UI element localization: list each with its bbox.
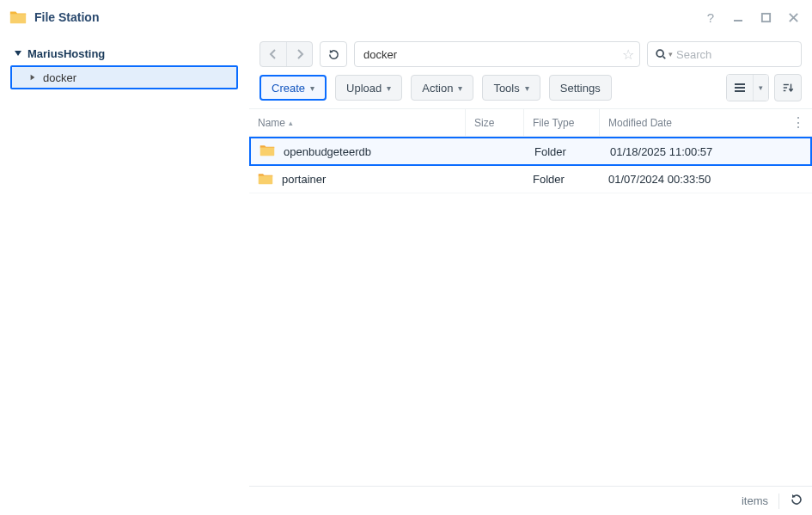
search-input[interactable] (676, 48, 812, 61)
col-label: Size (474, 117, 494, 129)
svg-marker-5 (31, 74, 35, 79)
refresh-button[interactable] (320, 41, 347, 67)
col-date[interactable]: Modified Date (600, 109, 788, 136)
col-label: Name (258, 117, 285, 129)
folder-tree: MariusHosting docker (0, 34, 249, 515)
caret-down-icon: ▾ (525, 83, 529, 93)
button-label: Tools (493, 82, 519, 95)
caret-down-icon: ▾ (310, 83, 314, 93)
folder-icon (258, 172, 273, 187)
action-button[interactable]: Action ▾ (411, 75, 473, 101)
titlebar: File Station ? (0, 0, 812, 34)
help-button[interactable]: ? (700, 7, 721, 28)
path-text: docker (363, 48, 622, 61)
maximize-button[interactable] (755, 7, 776, 28)
create-button[interactable]: Create ▾ (259, 75, 327, 101)
tree-item-label: docker (43, 71, 76, 84)
path-input[interactable]: docker ☆ (354, 41, 640, 67)
tree-item-docker[interactable]: docker (10, 65, 238, 89)
svg-point-7 (656, 50, 663, 57)
file-name: portainer (282, 173, 326, 186)
nav-forward-button[interactable] (286, 42, 312, 66)
columns-menu-button[interactable]: ⋮ (788, 114, 809, 131)
table-row[interactable]: openbudgeteerdbFolder01/18/2025 11:00:57 (249, 137, 812, 166)
list-view-button[interactable] (727, 75, 753, 101)
app-icon (9, 8, 27, 27)
col-type[interactable]: File Type (524, 109, 600, 136)
nav-toolbar: docker ☆ ▾ (249, 34, 812, 72)
cell-type: Folder (524, 166, 600, 193)
sort-asc-icon: ▴ (289, 119, 293, 127)
close-button[interactable] (783, 7, 803, 28)
app-title: File Station (34, 10, 99, 24)
caret-right-icon (29, 73, 36, 83)
folder-icon (259, 144, 275, 159)
minimize-button[interactable] (728, 7, 748, 28)
search-options-caret-icon: ▾ (669, 50, 673, 58)
favorite-star-icon[interactable]: ☆ (622, 46, 634, 63)
search-box[interactable]: ▾ (647, 41, 802, 67)
cell-date: 01/07/2024 00:33:50 (600, 166, 812, 193)
settings-button[interactable]: Settings (549, 75, 612, 101)
caret-down-icon: ▾ (387, 83, 391, 93)
cell-size (467, 138, 526, 164)
divider (778, 494, 779, 509)
action-toolbar: Create ▾ Upload ▾ Action ▾ Tools ▾ Setti… (249, 72, 812, 108)
cell-date: 01/18/2025 11:00:57 (601, 138, 810, 164)
tools-button[interactable]: Tools ▾ (482, 75, 540, 101)
button-label: Action (422, 82, 453, 95)
file-table: Name ▴ Size File Type Modified Date ⋮ op… (249, 108, 812, 486)
cell-size (466, 166, 524, 193)
statusbar: items (249, 486, 812, 515)
col-size[interactable]: Size (466, 109, 524, 136)
tree-root[interactable]: MariusHosting (10, 43, 238, 64)
table-row[interactable]: portainerFolder01/07/2024 00:33:50 (249, 166, 812, 193)
svg-line-8 (663, 57, 666, 59)
caret-down-icon (14, 47, 22, 60)
svg-marker-4 (15, 51, 21, 56)
items-label: items (742, 494, 768, 507)
sort-button[interactable] (774, 74, 802, 101)
col-label: Modified Date (608, 117, 672, 129)
table-header: Name ▴ Size File Type Modified Date ⋮ (249, 109, 812, 137)
status-refresh-button[interactable] (790, 493, 803, 509)
tree-root-label: MariusHosting (27, 47, 105, 60)
view-options-button[interactable]: ▾ (753, 75, 768, 101)
nav-history-group (259, 41, 313, 67)
file-name: openbudgeteerdb (284, 145, 371, 158)
search-icon[interactable]: ▾ (655, 48, 673, 60)
svg-rect-1 (761, 13, 769, 21)
nav-back-button[interactable] (260, 42, 286, 66)
col-label: File Type (533, 117, 574, 129)
cell-name: openbudgeteerdb (251, 138, 467, 164)
caret-down-icon: ▾ (458, 83, 462, 93)
upload-button[interactable]: Upload ▾ (335, 75, 402, 101)
cell-name: portainer (249, 166, 466, 193)
view-mode-group: ▾ (726, 74, 769, 101)
col-name[interactable]: Name ▴ (249, 109, 466, 136)
button-label: Create (272, 82, 305, 95)
button-label: Settings (560, 82, 601, 95)
cell-type: Folder (526, 138, 601, 164)
button-label: Upload (346, 82, 382, 95)
